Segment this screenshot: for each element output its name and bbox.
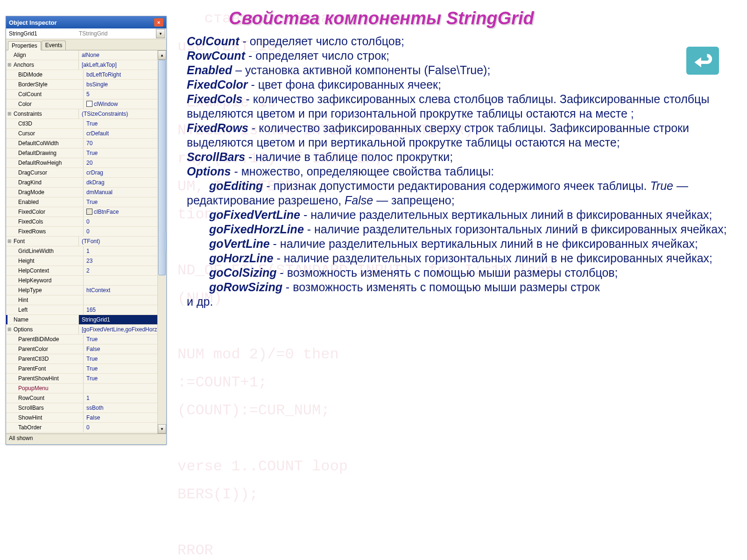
property-value[interactable]: dmManual	[84, 188, 166, 197]
property-row[interactable]: AlignalNone	[6, 50, 166, 60]
property-value[interactable]: 0	[84, 423, 166, 432]
component-selector[interactable]: StringGrid1 TStringGrid ▼	[6, 28, 166, 39]
property-value[interactable]: StringGrid1	[79, 315, 166, 324]
property-value[interactable]: 70	[84, 139, 166, 148]
property-row[interactable]: DefaultRowHeigh20	[6, 158, 166, 168]
kw-fixedcolor: FixedColor	[187, 78, 248, 91]
property-label: Hint	[6, 295, 84, 305]
property-row[interactable]: Height23	[6, 256, 166, 266]
property-value[interactable]: 1	[84, 393, 166, 403]
property-row[interactable]: ColorclWindow	[6, 99, 166, 109]
property-row[interactable]: ParentCtl3DTrue	[6, 354, 166, 364]
property-label: DragCursor	[6, 168, 84, 177]
property-row[interactable]: ColCount5	[6, 90, 166, 99]
property-row[interactable]: DefaultDrawingTrue	[6, 148, 166, 158]
property-value[interactable]: 2	[84, 266, 166, 275]
property-value[interactable]: clBtnFace	[84, 207, 166, 217]
property-value[interactable]: False	[84, 344, 166, 354]
property-value[interactable]: [akLeft,akTop]	[79, 60, 166, 70]
property-row[interactable]: DragModedmManual	[6, 188, 166, 197]
property-row[interactable]: CursorcrDefault	[6, 129, 166, 139]
property-value[interactable]: bsSingle	[84, 80, 166, 89]
property-value[interactable]	[84, 295, 166, 305]
property-row[interactable]: DefaultColWidth70	[6, 139, 166, 148]
kw-gorowsizing: goRowSizing	[209, 280, 282, 294]
property-value[interactable]: 0	[84, 227, 166, 236]
property-row[interactable]: DragKinddkDrag	[6, 178, 166, 188]
property-value[interactable]: True	[84, 364, 166, 373]
property-row[interactable]: TabOrder0	[6, 423, 166, 433]
property-row[interactable]: HelpContext2	[6, 266, 166, 276]
property-row[interactable]: BiDiModebdLeftToRight	[6, 70, 166, 80]
properties-grid[interactable]: AlignalNoneAnchors[akLeft,akTop]BiDiMode…	[6, 50, 166, 434]
property-row[interactable]: GridLineWidth1	[6, 246, 166, 256]
property-value[interactable]: dkDrag	[84, 178, 166, 187]
property-label: PopupMenu	[6, 384, 84, 393]
property-row[interactable]: Anchors[akLeft,akTop]	[6, 60, 166, 70]
property-row[interactable]: PopupMenu	[6, 384, 166, 393]
property-value[interactable]: True	[84, 354, 166, 364]
color-swatch-icon	[86, 101, 92, 107]
property-label: FixedColor	[6, 207, 84, 217]
property-row[interactable]: NameStringGrid1	[6, 315, 166, 325]
property-row[interactable]: ParentColorFalse	[6, 344, 166, 354]
property-row[interactable]: HelpKeyword	[6, 276, 166, 286]
chevron-down-icon[interactable]: ▼	[156, 29, 165, 38]
property-value[interactable]: alNone	[79, 50, 166, 60]
property-value[interactable]: crDrag	[84, 168, 166, 177]
property-value[interactable]: False	[84, 413, 166, 422]
page-title: Свойства компоненты StringGrid	[229, 8, 728, 28]
property-value[interactable]: ssBoth	[84, 403, 166, 413]
inspector-titlebar[interactable]: Object Inspector ×	[6, 16, 166, 28]
property-row[interactable]: ShowHintFalse	[6, 413, 166, 423]
property-value[interactable]: bdLeftToRight	[84, 70, 166, 79]
property-value[interactable]: (TFont)	[79, 237, 166, 246]
property-row[interactable]: HelpTypehtContext	[6, 286, 166, 295]
property-row[interactable]: ScrollBarsssBoth	[6, 403, 166, 413]
property-value[interactable]: [goFixedVertLine,goFixedHorz	[79, 325, 166, 334]
property-label: Cursor	[6, 129, 84, 138]
property-row[interactable]: ParentFontTrue	[6, 364, 166, 374]
resize-handle[interactable]	[164, 233, 166, 252]
property-value[interactable]	[84, 276, 166, 285]
property-value[interactable]: 20	[84, 158, 166, 168]
property-row[interactable]: EnabledTrue	[6, 197, 166, 207]
property-row[interactable]: Options[goFixedVertLine,goFixedHorz	[6, 325, 166, 335]
property-value[interactable]: htContext	[84, 286, 166, 295]
property-row[interactable]: RowCount1	[6, 393, 166, 403]
property-value[interactable]: clWindow	[84, 99, 166, 109]
property-row[interactable]: ParentShowHintTrue	[6, 374, 166, 384]
property-value[interactable]: True	[84, 197, 166, 207]
property-row[interactable]: FixedRows0	[6, 227, 166, 237]
property-row[interactable]: Ctl3DTrue	[6, 119, 166, 129]
tab-events[interactable]: Events	[42, 41, 66, 50]
property-value[interactable]: True	[84, 335, 166, 344]
scroll-down-icon[interactable]: ▼	[158, 424, 166, 434]
property-row[interactable]: ParentBiDiModeTrue	[6, 335, 166, 344]
scroll-up-icon[interactable]: ▲	[158, 50, 166, 60]
tab-properties[interactable]: Properties	[8, 41, 41, 50]
property-value[interactable]: 1	[84, 246, 166, 256]
property-row[interactable]: FixedColorclBtnFace	[6, 207, 166, 217]
property-row[interactable]: BorderStylebsSingle	[6, 80, 166, 90]
property-label: DefaultDrawing	[6, 148, 84, 158]
property-value[interactable]: 0	[84, 217, 166, 226]
property-row[interactable]: Left165	[6, 305, 166, 315]
property-value[interactable]: True	[84, 119, 166, 128]
property-row[interactable]: FixedCols0	[6, 217, 166, 227]
property-value[interactable]: (TSizeConstraints)	[79, 109, 166, 119]
property-row[interactable]: Font(TFont)	[6, 237, 166, 246]
property-value[interactable]: crDefault	[84, 129, 166, 138]
property-label: Left	[6, 305, 84, 315]
return-button[interactable]	[686, 47, 719, 75]
property-value[interactable]: 5	[84, 90, 166, 99]
property-row[interactable]: DragCursorcrDrag	[6, 168, 166, 178]
property-value[interactable]: True	[84, 374, 166, 383]
property-row[interactable]: Hint	[6, 295, 166, 305]
property-value[interactable]: 165	[84, 305, 166, 315]
property-value[interactable]: 23	[84, 256, 166, 266]
property-value[interactable]	[84, 384, 166, 393]
close-icon[interactable]: ×	[154, 18, 163, 27]
property-value[interactable]: True	[84, 148, 166, 158]
property-row[interactable]: Constraints(TSizeConstraints)	[6, 109, 166, 119]
